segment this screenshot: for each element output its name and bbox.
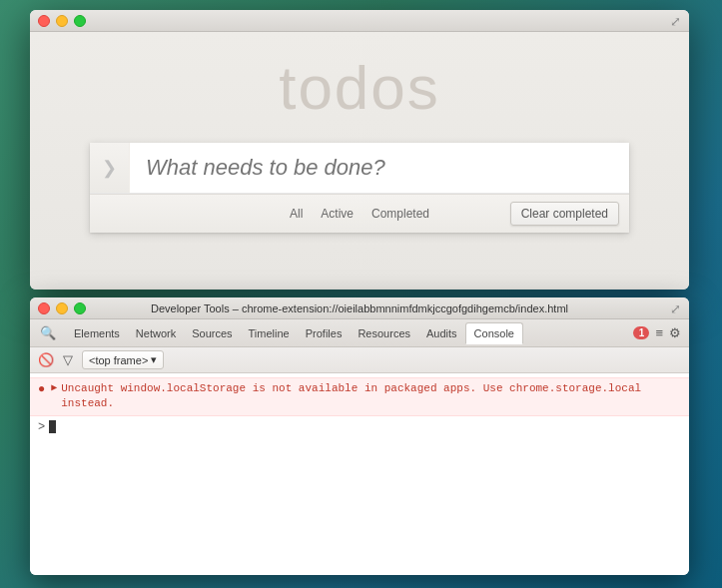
close-button[interactable] [38, 15, 50, 27]
todo-input[interactable] [130, 143, 629, 193]
frame-selector[interactable]: <top frame> ▾ [82, 350, 164, 369]
filter-completed-button[interactable]: Completed [362, 203, 438, 225]
clear-completed-button[interactable]: Clear completed [510, 202, 619, 226]
app-title: todos [279, 52, 440, 123]
search-icon[interactable]: 🔍 [34, 321, 62, 344]
devtools-toolbar: 🚫 ▽ <top frame> ▾ [30, 347, 689, 373]
tab-console[interactable]: Console [465, 322, 523, 344]
console-cursor [49, 420, 56, 433]
error-expand-icon[interactable]: ▶ [51, 381, 57, 393]
devtools-tabs-bar: 🔍 Elements Network Sources Timeline Prof… [30, 319, 689, 347]
frame-label: <top frame> [89, 354, 148, 366]
devtools-traffic-lights [38, 302, 86, 314]
todo-app-content: todos ❯ All Active Completed Clear compl… [30, 32, 689, 290]
todo-footer: All Active Completed Clear completed [90, 194, 629, 233]
console-error-row: ● ▶ Uncaught window.localStorage is not … [30, 377, 689, 416]
devtools-window: Developer Tools – chrome-extension://oie… [30, 297, 689, 575]
todo-titlebar: ⤢ [30, 10, 689, 32]
devtools-tabs-right: 1 ≡ ⚙ [633, 325, 685, 340]
toggle-all-button[interactable]: ❯ [90, 143, 130, 193]
clear-console-icon[interactable]: 🚫 [38, 352, 54, 368]
filter-icon[interactable]: ▽ [60, 352, 76, 368]
tab-network[interactable]: Network [128, 323, 184, 343]
todo-app-window: ⤢ todos ❯ All Active Completed Clear com… [30, 10, 689, 290]
console-prompt-row[interactable]: > [30, 416, 689, 438]
tab-resources[interactable]: Resources [350, 323, 418, 343]
devtools-close-button[interactable] [38, 302, 50, 314]
error-badge: 1 [633, 326, 649, 339]
filter-active-button[interactable]: Active [312, 203, 362, 225]
devtools-minimize-button[interactable] [56, 302, 68, 314]
console-error-message: Uncaught window.localStorage is not avai… [61, 381, 681, 412]
todo-container: ❯ All Active Completed Clear completed [90, 143, 629, 233]
tab-profiles[interactable]: Profiles [298, 323, 351, 343]
tab-sources[interactable]: Sources [184, 323, 240, 343]
devtools-console: ● ▶ Uncaught window.localStorage is not … [30, 373, 689, 575]
tab-elements[interactable]: Elements [66, 323, 128, 343]
tab-audits[interactable]: Audits [418, 323, 465, 343]
devtools-title: Developer Tools – chrome-extension://oie… [151, 302, 568, 314]
devtools-titlebar: Developer Tools – chrome-extension://oie… [30, 297, 689, 319]
settings-icon[interactable]: ⚙ [669, 325, 681, 340]
traffic-lights [38, 15, 86, 27]
tab-timeline[interactable]: Timeline [241, 323, 298, 343]
devtools-expand-icon[interactable]: ⤢ [670, 301, 681, 316]
frame-arrow: ▾ [151, 353, 157, 366]
console-prompt-symbol: > [38, 420, 45, 434]
stack-icon[interactable]: ≡ [655, 325, 663, 340]
window-expand-icon[interactable]: ⤢ [670, 14, 681, 29]
zoom-button[interactable] [74, 15, 86, 27]
devtools-zoom-button[interactable] [74, 302, 86, 314]
todo-input-row: ❯ [90, 143, 629, 194]
error-circle-icon: ● [38, 382, 45, 396]
minimize-button[interactable] [56, 15, 68, 27]
footer-filters: All Active Completed [281, 203, 438, 225]
filter-all-button[interactable]: All [281, 203, 312, 225]
